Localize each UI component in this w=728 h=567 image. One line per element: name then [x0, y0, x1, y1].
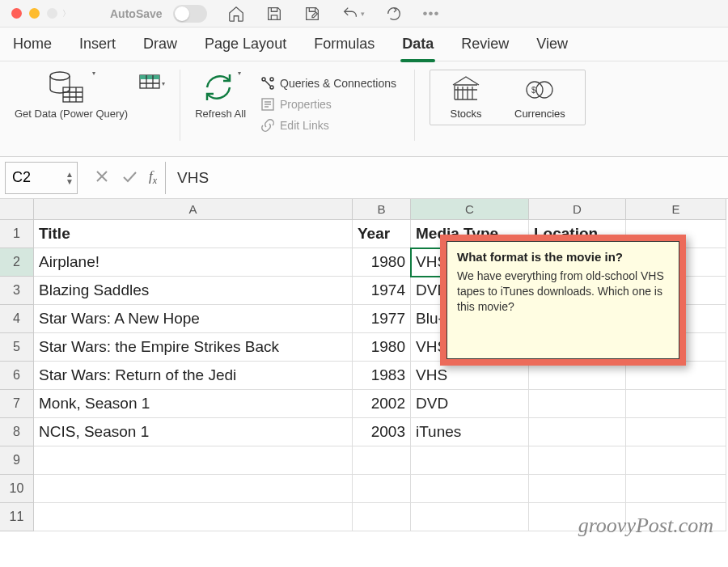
svg-rect-1 — [63, 87, 83, 102]
cell[interactable]: Star Wars: A New Hope — [34, 305, 353, 333]
name-box-stepper[interactable]: ▲▼ — [66, 171, 74, 185]
tab-home[interactable]: Home — [11, 31, 53, 57]
autosave-toggle[interactable] — [173, 5, 207, 23]
tab-formulas[interactable]: Formulas — [312, 31, 376, 57]
home-icon[interactable] — [227, 5, 245, 23]
cell[interactable] — [411, 503, 529, 531]
row-header[interactable]: 7 — [0, 390, 34, 418]
cell[interactable] — [34, 475, 353, 503]
cell[interactable]: Year — [353, 220, 411, 248]
get-data-dropdown-icon[interactable]: ▾ — [92, 70, 95, 77]
stocks-label: Stocks — [450, 108, 481, 120]
col-header-c[interactable]: C — [411, 199, 529, 220]
get-data-icon — [47, 70, 86, 105]
cell[interactable]: Airplane! — [34, 248, 353, 277]
queries-connections-label: Queries & Connections — [280, 77, 396, 90]
currencies-button[interactable]: $ Currencies — [514, 75, 565, 120]
cell[interactable] — [626, 362, 726, 390]
from-table-icon[interactable]: ▾ — [139, 74, 165, 92]
select-all-corner[interactable] — [0, 199, 34, 220]
col-header-b[interactable]: B — [353, 199, 411, 220]
cell[interactable]: Blazing Saddles — [34, 277, 353, 305]
cell[interactable]: Title — [34, 220, 353, 248]
edit-links-button: Edit Links — [257, 115, 400, 136]
cell[interactable] — [626, 418, 726, 446]
col-header-e[interactable]: E — [626, 199, 726, 220]
cell[interactable]: 1980 — [353, 333, 411, 362]
col-header-d[interactable]: D — [529, 199, 626, 220]
minimize-button[interactable] — [29, 8, 40, 19]
cell[interactable]: 2003 — [353, 418, 411, 446]
cell[interactable]: Star Wars: Return of the Jedi — [34, 362, 353, 390]
cell[interactable]: iTunes — [411, 418, 529, 446]
cell[interactable]: 1980 — [353, 248, 411, 277]
row-header[interactable]: 6 — [0, 362, 34, 390]
tab-insert[interactable]: Insert — [78, 31, 117, 57]
tab-review[interactable]: Review — [459, 31, 510, 57]
svg-point-5 — [270, 86, 273, 89]
cell[interactable] — [626, 475, 726, 503]
cell[interactable] — [411, 475, 529, 503]
cell[interactable]: VHS — [411, 362, 529, 390]
tab-draw[interactable]: Draw — [142, 31, 179, 57]
cell[interactable] — [529, 418, 626, 446]
cell[interactable] — [353, 475, 411, 503]
col-header-a[interactable]: A — [34, 199, 353, 220]
get-data-group[interactable]: ▾ Get Data (Power Query) — [15, 70, 128, 156]
cell[interactable]: 2002 — [353, 390, 411, 418]
cell[interactable]: Monk, Season 1 — [34, 390, 353, 418]
queries-connections-button[interactable]: Queries & Connections — [257, 73, 400, 94]
close-button[interactable] — [11, 8, 22, 19]
tab-data[interactable]: Data — [400, 31, 435, 57]
cell[interactable] — [529, 446, 626, 475]
row-header[interactable]: 5 — [0, 333, 34, 362]
tab-page-layout[interactable]: Page Layout — [203, 31, 288, 57]
formula-input[interactable]: VHS — [165, 162, 728, 194]
tab-view[interactable]: View — [535, 31, 569, 57]
row-header[interactable]: 1 — [0, 220, 34, 248]
more-icon[interactable]: ••• — [423, 6, 440, 22]
row-header[interactable]: 8 — [0, 418, 34, 446]
cell[interactable]: NCIS, Season 1 — [34, 418, 353, 446]
data-validation-tooltip: What format is the movie in? We have eve… — [440, 235, 686, 366]
cell[interactable]: 1983 — [353, 362, 411, 390]
row-header[interactable]: 2 — [0, 248, 34, 277]
refresh-group[interactable]: ▾ Refresh All — [195, 70, 246, 156]
cell[interactable]: DVD — [411, 390, 529, 418]
cell[interactable] — [353, 446, 411, 475]
cell[interactable] — [353, 503, 411, 531]
cell[interactable] — [529, 362, 626, 390]
cell[interactable]: Star Wars: the Empire Strikes Back — [34, 333, 353, 362]
maximize-button[interactable] — [47, 8, 57, 19]
cell[interactable]: 1977 — [353, 305, 411, 333]
cell[interactable] — [626, 446, 726, 475]
row-header[interactable]: 10 — [0, 475, 34, 503]
name-box[interactable]: C2 ▲▼ — [5, 162, 78, 194]
cell[interactable] — [34, 446, 353, 475]
cancel-edit-icon[interactable] — [94, 168, 110, 188]
stocks-button[interactable]: Stocks — [450, 75, 482, 120]
cell[interactable] — [529, 390, 626, 418]
refresh-icon — [201, 70, 236, 105]
cell[interactable]: 1974 — [353, 277, 411, 305]
row-header[interactable]: 3 — [0, 277, 34, 305]
row-header[interactable]: 11 — [0, 503, 34, 531]
fx-icon[interactable]: fx — [149, 168, 157, 187]
row-header[interactable]: 9 — [0, 446, 34, 475]
confirm-edit-icon[interactable] — [121, 168, 138, 188]
spreadsheet-grid[interactable]: A B C D E 1 Title Year Media Type Locati… — [0, 199, 728, 531]
undo-icon[interactable]: ▾ — [341, 5, 365, 23]
cell[interactable] — [626, 390, 726, 418]
autosave-label: AutoSave — [110, 7, 163, 20]
cell[interactable] — [34, 503, 353, 531]
save-icon[interactable] — [265, 5, 283, 23]
watermark: groovyPost.com — [578, 514, 713, 538]
name-box-value: C2 — [12, 169, 31, 186]
row-header[interactable]: 4 — [0, 305, 34, 333]
cell[interactable] — [529, 475, 626, 503]
redo-icon[interactable] — [385, 5, 403, 23]
edit-links-label: Edit Links — [280, 119, 329, 132]
refresh-dropdown-icon[interactable]: ▾ — [238, 70, 241, 77]
save-as-icon[interactable] — [303, 5, 321, 23]
cell[interactable] — [411, 446, 529, 475]
